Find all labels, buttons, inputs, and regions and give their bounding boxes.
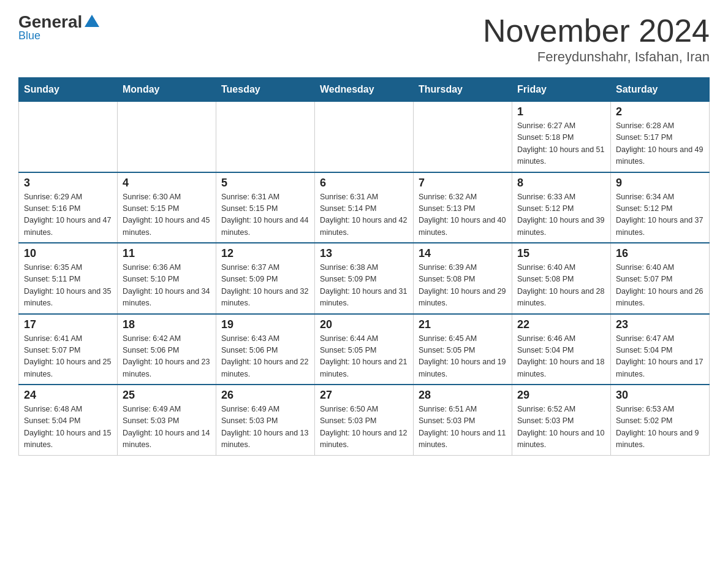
col-sunday: Sunday	[19, 78, 118, 102]
day-number: 16	[616, 247, 704, 260]
day-number: 23	[616, 318, 704, 331]
sun-info: Sunrise: 6:39 AMSunset: 5:08 PMDaylight:…	[419, 263, 506, 307]
calendar-cell: 30 Sunrise: 6:53 AMSunset: 5:02 PMDaylig…	[611, 385, 710, 455]
calendar-week-row: 17 Sunrise: 6:41 AMSunset: 5:07 PMDaylig…	[19, 314, 710, 385]
day-number: 14	[419, 247, 507, 260]
sun-info: Sunrise: 6:51 AMSunset: 5:03 PMDaylight:…	[419, 405, 506, 449]
calendar-week-row: 3 Sunrise: 6:29 AMSunset: 5:16 PMDayligh…	[19, 172, 710, 243]
sun-info: Sunrise: 6:32 AMSunset: 5:13 PMDaylight:…	[419, 193, 506, 237]
day-number: 3	[24, 177, 112, 190]
day-number: 6	[320, 177, 408, 190]
calendar-cell: 28 Sunrise: 6:51 AMSunset: 5:03 PMDaylig…	[414, 385, 512, 455]
sun-info: Sunrise: 6:49 AMSunset: 5:03 PMDaylight:…	[123, 405, 210, 449]
sun-info: Sunrise: 6:46 AMSunset: 5:04 PMDaylight:…	[517, 334, 604, 378]
sun-info: Sunrise: 6:38 AMSunset: 5:09 PMDaylight:…	[320, 263, 407, 307]
sun-info: Sunrise: 6:33 AMSunset: 5:12 PMDaylight:…	[517, 193, 604, 237]
calendar-cell: 26 Sunrise: 6:49 AMSunset: 5:03 PMDaylig…	[216, 385, 315, 455]
calendar-cell: 27 Sunrise: 6:50 AMSunset: 5:03 PMDaylig…	[315, 385, 414, 455]
calendar-week-row: 10 Sunrise: 6:35 AMSunset: 5:11 PMDaylig…	[19, 243, 710, 314]
calendar-cell: 17 Sunrise: 6:41 AMSunset: 5:07 PMDaylig…	[19, 314, 118, 385]
calendar-cell: 12 Sunrise: 6:37 AMSunset: 5:09 PMDaylig…	[216, 243, 315, 314]
col-monday: Monday	[118, 78, 216, 102]
day-number: 30	[616, 389, 704, 402]
page-header: General Blue November 2024 Fereydunshahr…	[18, 12, 710, 65]
calendar-week-row: 1 Sunrise: 6:27 AMSunset: 5:18 PMDayligh…	[19, 102, 710, 172]
col-saturday: Saturday	[611, 78, 710, 102]
day-number: 18	[123, 318, 211, 331]
calendar-cell: 13 Sunrise: 6:38 AMSunset: 5:09 PMDaylig…	[315, 243, 414, 314]
calendar-cell: 6 Sunrise: 6:31 AMSunset: 5:14 PMDayligh…	[315, 172, 414, 243]
calendar-cell	[118, 102, 216, 172]
calendar-cell: 9 Sunrise: 6:34 AMSunset: 5:12 PMDayligh…	[611, 172, 710, 243]
sun-info: Sunrise: 6:36 AMSunset: 5:10 PMDaylight:…	[123, 263, 210, 307]
sun-info: Sunrise: 6:31 AMSunset: 5:15 PMDaylight:…	[221, 193, 308, 237]
sun-info: Sunrise: 6:27 AMSunset: 5:18 PMDaylight:…	[517, 121, 604, 166]
day-number: 7	[419, 177, 507, 190]
day-number: 4	[123, 177, 211, 190]
calendar-cell: 21 Sunrise: 6:45 AMSunset: 5:05 PMDaylig…	[414, 314, 512, 385]
logo: General Blue	[18, 12, 99, 42]
col-tuesday: Tuesday	[216, 78, 315, 102]
calendar-table: Sunday Monday Tuesday Wednesday Thursday…	[18, 77, 710, 456]
calendar-cell	[19, 102, 118, 172]
sun-info: Sunrise: 6:40 AMSunset: 5:07 PMDaylight:…	[616, 263, 703, 307]
day-number: 19	[221, 318, 309, 331]
calendar-cell: 14 Sunrise: 6:39 AMSunset: 5:08 PMDaylig…	[414, 243, 512, 314]
day-number: 17	[24, 318, 112, 331]
sun-info: Sunrise: 6:34 AMSunset: 5:12 PMDaylight:…	[616, 193, 703, 237]
day-number: 5	[221, 177, 309, 190]
calendar-cell: 19 Sunrise: 6:43 AMSunset: 5:06 PMDaylig…	[216, 314, 315, 385]
col-thursday: Thursday	[414, 78, 512, 102]
calendar-cell: 10 Sunrise: 6:35 AMSunset: 5:11 PMDaylig…	[19, 243, 118, 314]
calendar-cell: 8 Sunrise: 6:33 AMSunset: 5:12 PMDayligh…	[512, 172, 611, 243]
sun-info: Sunrise: 6:47 AMSunset: 5:04 PMDaylight:…	[616, 334, 703, 378]
calendar-cell: 3 Sunrise: 6:29 AMSunset: 5:16 PMDayligh…	[19, 172, 118, 243]
calendar-cell: 16 Sunrise: 6:40 AMSunset: 5:07 PMDaylig…	[611, 243, 710, 314]
calendar-cell: 15 Sunrise: 6:40 AMSunset: 5:08 PMDaylig…	[512, 243, 611, 314]
location-title: Fereydunshahr, Isfahan, Iran	[483, 49, 710, 65]
month-title: November 2024	[483, 12, 710, 49]
col-friday: Friday	[512, 78, 611, 102]
title-area: November 2024 Fereydunshahr, Isfahan, Ir…	[483, 12, 710, 65]
sun-info: Sunrise: 6:41 AMSunset: 5:07 PMDaylight:…	[24, 334, 111, 378]
sun-info: Sunrise: 6:49 AMSunset: 5:03 PMDaylight:…	[221, 405, 308, 449]
day-number: 12	[221, 247, 309, 260]
calendar-cell: 11 Sunrise: 6:36 AMSunset: 5:10 PMDaylig…	[118, 243, 216, 314]
day-number: 13	[320, 247, 408, 260]
calendar-cell: 25 Sunrise: 6:49 AMSunset: 5:03 PMDaylig…	[118, 385, 216, 455]
logo-blue-text: Blue	[18, 29, 40, 42]
calendar-cell: 7 Sunrise: 6:32 AMSunset: 5:13 PMDayligh…	[414, 172, 512, 243]
calendar-header-row: Sunday Monday Tuesday Wednesday Thursday…	[19, 78, 710, 102]
day-number: 24	[24, 389, 112, 402]
sun-info: Sunrise: 6:42 AMSunset: 5:06 PMDaylight:…	[123, 334, 210, 378]
calendar-cell: 20 Sunrise: 6:44 AMSunset: 5:05 PMDaylig…	[315, 314, 414, 385]
day-number: 22	[517, 318, 605, 331]
calendar-cell: 29 Sunrise: 6:52 AMSunset: 5:03 PMDaylig…	[512, 385, 611, 455]
calendar-cell	[216, 102, 315, 172]
day-number: 1	[517, 105, 605, 118]
sun-info: Sunrise: 6:30 AMSunset: 5:15 PMDaylight:…	[123, 193, 210, 237]
sun-info: Sunrise: 6:35 AMSunset: 5:11 PMDaylight:…	[24, 263, 111, 307]
day-number: 26	[221, 389, 309, 402]
day-number: 21	[419, 318, 507, 331]
sun-info: Sunrise: 6:37 AMSunset: 5:09 PMDaylight:…	[221, 263, 308, 307]
sun-info: Sunrise: 6:52 AMSunset: 5:03 PMDaylight:…	[517, 405, 604, 449]
day-number: 10	[24, 247, 112, 260]
sun-info: Sunrise: 6:53 AMSunset: 5:02 PMDaylight:…	[616, 405, 699, 449]
col-wednesday: Wednesday	[315, 78, 414, 102]
calendar-cell: 22 Sunrise: 6:46 AMSunset: 5:04 PMDaylig…	[512, 314, 611, 385]
day-number: 9	[616, 177, 704, 190]
sun-info: Sunrise: 6:45 AMSunset: 5:05 PMDaylight:…	[419, 334, 506, 378]
sun-info: Sunrise: 6:28 AMSunset: 5:17 PMDaylight:…	[616, 121, 703, 166]
day-number: 8	[517, 177, 605, 190]
calendar-cell: 23 Sunrise: 6:47 AMSunset: 5:04 PMDaylig…	[611, 314, 710, 385]
day-number: 2	[616, 105, 704, 118]
calendar-cell: 24 Sunrise: 6:48 AMSunset: 5:04 PMDaylig…	[19, 385, 118, 455]
calendar-cell	[315, 102, 414, 172]
calendar-cell: 5 Sunrise: 6:31 AMSunset: 5:15 PMDayligh…	[216, 172, 315, 243]
sun-info: Sunrise: 6:48 AMSunset: 5:04 PMDaylight:…	[24, 405, 111, 449]
calendar-cell: 2 Sunrise: 6:28 AMSunset: 5:17 PMDayligh…	[611, 102, 710, 172]
calendar-cell: 4 Sunrise: 6:30 AMSunset: 5:15 PMDayligh…	[118, 172, 216, 243]
calendar-week-row: 24 Sunrise: 6:48 AMSunset: 5:04 PMDaylig…	[19, 385, 710, 455]
day-number: 28	[419, 389, 507, 402]
